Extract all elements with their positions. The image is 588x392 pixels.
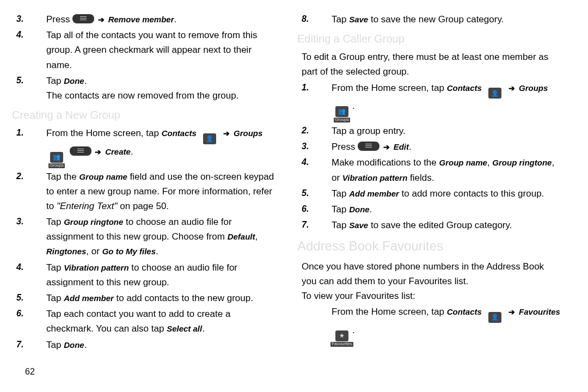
- step-body: Tap a group entry.: [332, 124, 577, 138]
- step-body: Tap the Group name field and use the on-…: [46, 169, 292, 214]
- step-body: Tap Done.: [46, 338, 292, 352]
- step-num: 4.: [296, 155, 332, 185]
- fav-intro: Once you have stored phone numbers in th…: [302, 259, 577, 304]
- groups-icon: 👥Groups: [333, 106, 351, 122]
- step-body: Tap Add member to add more contacts to t…: [332, 186, 577, 201]
- step-num: 6.: [296, 202, 332, 217]
- step-num: 1.: [11, 126, 46, 168]
- step-num: 7.: [11, 338, 46, 352]
- step-num: 5.: [11, 291, 46, 305]
- section-heading: Editing a Caller Group: [297, 30, 577, 47]
- section-heading: Address Book Favourites: [297, 236, 577, 256]
- step-body: Make modifications to the Group name, Gr…: [332, 155, 577, 185]
- page-number: 62: [25, 365, 35, 379]
- step-num: 3.: [296, 139, 332, 154]
- step-num: 1.: [296, 81, 332, 122]
- step-body: From the Home screen, tap Contacts 👤 ➔ G…: [46, 126, 292, 168]
- step-num: 4.: [11, 260, 46, 290]
- menu-icon: [358, 142, 379, 151]
- contacts-icon: 👤: [486, 312, 504, 323]
- step-num: 3.: [11, 215, 46, 259]
- step-body: Tap Add member to add contacts to the ne…: [46, 291, 292, 305]
- step-num: 5.: [11, 74, 46, 103]
- step-body: Tap Done.: [332, 202, 577, 217]
- step-body: Tap Vibration pattern to choose an audio…: [46, 260, 292, 290]
- step-num: 8.: [296, 12, 332, 27]
- step-body: Tap Group ringtone to choose an audio fi…: [46, 215, 292, 259]
- step-body: Tap Save to save the new Group category.: [332, 12, 577, 27]
- contacts-icon: 👤: [486, 88, 504, 99]
- step-num: 7.: [296, 218, 332, 232]
- step-body: From the Home screen, tap Contacts 👤 ➔ F…: [332, 304, 577, 346]
- step-body: Press ➔ Remove member.: [46, 12, 292, 27]
- step-body: Tap Done. The contacts are now removed f…: [46, 74, 292, 103]
- menu-icon: [72, 14, 94, 23]
- step-body: Tap each contact you want to add to crea…: [46, 307, 292, 336]
- step-body: From the Home screen, tap Contacts 👤 ➔ G…: [332, 81, 577, 122]
- step-num: 6.: [11, 307, 46, 336]
- step-num: 3.: [11, 12, 46, 27]
- intro-text: To edit a Group entry, there must be at …: [302, 50, 577, 79]
- step-num: 5.: [296, 186, 332, 201]
- favourites-icon: ★Favourites: [333, 330, 351, 347]
- contacts-icon: 👤: [200, 133, 219, 144]
- groups-icon: 👥Groups: [47, 152, 66, 168]
- step-body: Press ➔ Edit.: [332, 139, 577, 154]
- step-num: 2.: [11, 169, 46, 214]
- step-body: Tap Save to save the edited Group catego…: [332, 218, 577, 232]
- step-body: Tap all of the contacts you want to remo…: [46, 28, 292, 72]
- menu-icon: [70, 146, 91, 156]
- section-heading: Creating a New Group: [12, 106, 292, 124]
- step-num: 2.: [296, 124, 332, 138]
- step-num: 4.: [11, 28, 46, 72]
